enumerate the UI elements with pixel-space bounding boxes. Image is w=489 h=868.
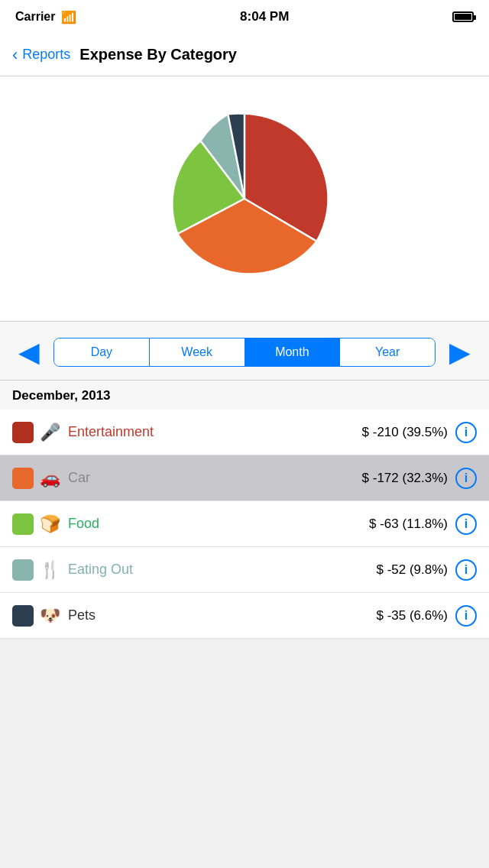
back-button[interactable]: ‹ Reports (12, 45, 70, 65)
entertainment-info-button[interactable]: i (455, 422, 477, 443)
eatingout-amount: $ -52 (9.8%) (376, 562, 448, 578)
eatingout-color-swatch (12, 559, 34, 581)
table-row: 🚗 Car $ -172 (32.3%) i (0, 455, 489, 501)
car-info-button[interactable]: i (455, 468, 477, 489)
status-left: Carrier 📶 (15, 10, 76, 24)
week-segment-button[interactable]: Week (150, 338, 245, 366)
car-label: Car (68, 470, 362, 486)
controls-area: ◀ Day Week Month Year ▶ (0, 322, 489, 381)
eatingout-info-button[interactable]: i (455, 559, 477, 581)
food-color-swatch (12, 513, 34, 535)
eatingout-label: Eating Out (68, 562, 376, 578)
day-segment-button[interactable]: Day (54, 338, 150, 366)
month-segment-button[interactable]: Month (245, 338, 341, 366)
car-color-swatch (12, 468, 34, 489)
date-header: December, 2013 (0, 381, 489, 410)
wifi-icon: 📶 (61, 10, 76, 24)
date-label: December, 2013 (12, 388, 111, 403)
back-chevron-icon: ‹ (12, 45, 18, 65)
nav-bar: ‹ Reports Expense By Category (0, 34, 489, 76)
entertainment-icon: 🎤 (40, 423, 60, 442)
right-arrow-icon: ▶ (449, 336, 471, 368)
food-icon: 🍞 (40, 514, 60, 534)
next-arrow-button[interactable]: ▶ (443, 335, 477, 369)
food-label: Food (68, 516, 369, 532)
eatingout-icon: 🍴 (40, 560, 60, 580)
pets-icon: 🐶 (40, 606, 60, 626)
food-info-button[interactable]: i (455, 513, 477, 535)
table-row: 🍞 Food $ -63 (11.8%) i (0, 501, 489, 547)
entertainment-color-swatch (12, 422, 34, 443)
pets-label: Pets (68, 607, 376, 623)
pets-color-swatch (12, 605, 34, 627)
table-row: 🍴 Eating Out $ -52 (9.8%) i (0, 547, 489, 593)
category-list: 🎤 Entertainment $ -210 (39.5%) i 🚗 Car $… (0, 410, 489, 639)
chart-area (0, 76, 489, 322)
battery-icon (452, 11, 474, 22)
car-amount: $ -172 (32.3%) (362, 471, 448, 486)
status-right (452, 11, 474, 22)
time-period-segmented-control[interactable]: Day Week Month Year (53, 338, 436, 367)
car-icon: 🚗 (40, 468, 60, 488)
pets-info-button[interactable]: i (455, 605, 477, 627)
pets-amount: $ -35 (6.6%) (376, 608, 448, 623)
table-row: 🐶 Pets $ -35 (6.6%) i (0, 593, 489, 639)
page-title: Expense By Category (79, 46, 237, 63)
carrier-label: Carrier (15, 10, 55, 24)
food-amount: $ -63 (11.8%) (369, 517, 448, 532)
pie-chart (145, 99, 344, 298)
entertainment-amount: $ -210 (39.5%) (362, 425, 448, 440)
status-bar: Carrier 📶 8:04 PM (0, 0, 489, 34)
back-label: Reports (22, 47, 70, 63)
previous-arrow-button[interactable]: ◀ (12, 335, 46, 369)
status-time: 8:04 PM (240, 9, 289, 24)
left-arrow-icon: ◀ (18, 336, 40, 368)
table-row: 🎤 Entertainment $ -210 (39.5%) i (0, 410, 489, 455)
year-segment-button[interactable]: Year (340, 338, 435, 366)
entertainment-label: Entertainment (68, 424, 362, 440)
